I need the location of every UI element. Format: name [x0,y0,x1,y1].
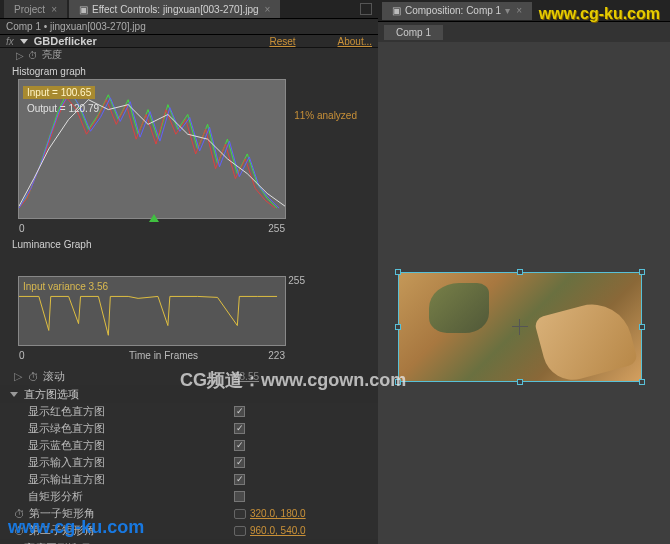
show-red-checkbox[interactable] [234,406,245,417]
histogram-title: Histogram graph [8,64,370,79]
fx-tab-icon: ▣ [79,4,88,15]
comp-tab-icon: ▣ [392,5,401,16]
auto-rect-label: 自矩形分析 [28,489,234,504]
crosshair-icon[interactable] [234,509,246,519]
show-blue-label: 显示蓝色直方图 [28,438,234,453]
resize-handle[interactable] [639,379,645,385]
histogram-marker-icon[interactable] [149,214,159,222]
auto-rect-checkbox[interactable] [234,491,245,502]
lum-axis-255: 255 [288,275,305,286]
histogram-output-label: Output = 120.79 [23,102,103,115]
watermark-center: CG频道：www.cgown.com [180,368,406,392]
show-input-label: 显示输入直方图 [28,455,234,470]
panel-menu-icon[interactable] [360,3,372,15]
watermark-bottom: www.cg-ku.com [8,517,144,538]
chevron-down-icon[interactable]: ▾ [505,5,510,16]
resize-handle[interactable] [395,269,401,275]
show-output-label: 显示输出直方图 [28,472,234,487]
hist-axis-255: 255 [268,223,285,234]
brightness-label: 亮度 [42,48,62,62]
reset-link[interactable]: Reset [269,36,295,47]
twirl-icon[interactable]: ▷ [16,50,24,61]
tab-effect-controls[interactable]: ▣ Effect Controls: jingxuan[003-270].jpg… [69,0,280,18]
lum-axis-0: 0 [19,350,25,361]
tab-effect-label: Effect Controls: jingxuan[003-270].jpg [92,4,259,15]
lum-options-label: 亮度图形选项 [24,541,90,545]
tab-project-label: Project [14,4,45,15]
tab-project[interactable]: Project × [4,0,67,18]
watermark-top: www.cg-ku.com [539,5,660,23]
crosshair-icon[interactable] [234,526,246,536]
luminance-graph: Input variance 3.56 255 0 Time in Frames… [18,276,286,346]
show-green-checkbox[interactable] [234,423,245,434]
close-icon[interactable]: × [265,4,271,15]
hist-axis-0: 0 [19,223,25,234]
stopwatch-icon[interactable]: ⏱ [28,50,38,61]
show-green-label: 显示绿色直方图 [28,421,234,436]
histogram-input-label: Input = 100.65 [23,86,95,99]
histogram-graph: Input = 100.65 Output = 120.79 0 255 11%… [18,79,286,219]
lum-axis-223: 223 [268,350,285,361]
twirl-down-icon [10,392,18,397]
resize-handle[interactable] [639,269,645,275]
resize-handle[interactable] [517,269,523,275]
rect1-value[interactable]: 320.0, 180.0 [250,508,306,519]
show-output-checkbox[interactable] [234,474,245,485]
resize-handle[interactable] [517,379,523,385]
viewer-tab-comp1[interactable]: Comp 1 [384,25,443,40]
breadcrumb: Comp 1 • jingxuan[003-270].jpg [0,19,378,35]
luminance-title: Luminance Graph [8,237,370,252]
tab-composition[interactable]: ▣ Composition: Comp 1 ▾ × [382,2,532,20]
twirl-icon[interactable]: ▷ [14,370,22,383]
show-input-checkbox[interactable] [234,457,245,468]
resize-handle[interactable] [395,324,401,330]
lum-options-header[interactable]: 亮度图形选项 [0,539,378,544]
close-icon[interactable]: × [516,5,522,16]
about-link[interactable]: About... [338,36,372,47]
fx-badge-icon[interactable]: fx [6,36,14,47]
rect2-value[interactable]: 960.0, 540.0 [250,525,306,536]
layer-bounding-box[interactable] [398,272,642,382]
analyzed-label: 11% analyzed [294,110,357,121]
effect-name[interactable]: GBDeflicker [34,35,97,47]
hist-options-label: 直方图选项 [24,387,79,402]
composition-viewer[interactable] [378,42,670,544]
comp-panel-title: Composition: Comp 1 [405,5,501,16]
lum-axis-mid: Time in Frames [129,350,198,361]
show-blue-checkbox[interactable] [234,440,245,451]
stopwatch-icon[interactable]: ⏱ [28,371,39,383]
anchor-point-icon[interactable] [512,319,528,335]
twirl-down-icon[interactable] [20,39,28,44]
resize-handle[interactable] [639,324,645,330]
show-red-label: 显示红色直方图 [28,404,234,419]
close-icon[interactable]: × [51,4,57,15]
luminance-variance: Input variance 3.56 [23,281,108,292]
